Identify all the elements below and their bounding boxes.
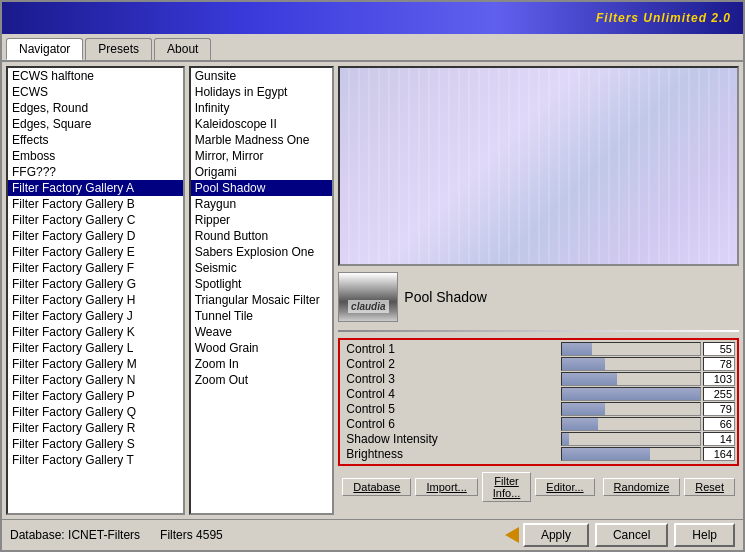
list-item[interactable]: Filter Factory Gallery K — [8, 324, 183, 340]
database-label: Database: ICNET-Filters — [10, 528, 140, 542]
list-item[interactable]: Filter Factory Gallery H — [8, 292, 183, 308]
filter-list-item[interactable]: Round Button — [191, 228, 333, 244]
filters-label: Filters 4595 — [160, 528, 223, 542]
control-value[interactable]: 14 — [703, 432, 735, 446]
control-value[interactable]: 103 — [703, 372, 735, 386]
list-item[interactable]: Filter Factory Gallery C — [8, 212, 183, 228]
control-row: Control 579 — [342, 402, 735, 416]
list-item[interactable]: Filter Factory Gallery T — [8, 452, 183, 468]
list-item[interactable]: Filter Factory Gallery P — [8, 388, 183, 404]
control-value[interactable]: 55 — [703, 342, 735, 356]
filter-list-item[interactable]: Marble Madness One — [191, 132, 333, 148]
filter-list-item[interactable]: Seismic — [191, 260, 333, 276]
list-item[interactable]: Filter Factory Gallery G — [8, 276, 183, 292]
list-item[interactable]: Edges, Square — [8, 116, 183, 132]
main-content: ECWS halftoneECWSEdges, RoundEdges, Squa… — [2, 62, 743, 519]
list-item[interactable]: Filter Factory Gallery M — [8, 356, 183, 372]
filter-list-item[interactable]: Wood Grain — [191, 340, 333, 356]
control-label: Control 1 — [342, 342, 561, 356]
control-slider[interactable] — [561, 372, 701, 386]
filter-list-item[interactable]: Raygun — [191, 196, 333, 212]
filter-list-item[interactable]: Tunnel Tile — [191, 308, 333, 324]
title-bar: Filters Unlimited 2.0 — [2, 2, 743, 34]
control-slider[interactable] — [561, 387, 701, 401]
randomize-button[interactable]: Randomize — [603, 478, 681, 496]
list-item[interactable]: ECWS halftone — [8, 68, 183, 84]
list-item[interactable]: Filter Factory Gallery A — [8, 180, 183, 196]
control-label: Control 6 — [342, 417, 561, 431]
control-value[interactable]: 78 — [703, 357, 735, 371]
list-item[interactable]: Filter Factory Gallery B — [8, 196, 183, 212]
filter-list-item[interactable]: Mirror, Mirror — [191, 148, 333, 164]
filter-list-item[interactable]: Kaleidoscope II — [191, 116, 333, 132]
thumbnail: claudia — [338, 272, 398, 322]
list-item[interactable]: Filter Factory Gallery L — [8, 340, 183, 356]
list-item[interactable]: Filter Factory Gallery S — [8, 436, 183, 452]
control-row: Control 4255 — [342, 387, 735, 401]
filter-list-item[interactable]: Gunsite — [191, 68, 333, 84]
filter-list-item[interactable]: Holidays in Egypt — [191, 84, 333, 100]
filter-list-item[interactable]: Zoom Out — [191, 372, 333, 388]
control-value[interactable]: 66 — [703, 417, 735, 431]
control-slider[interactable] — [561, 447, 701, 461]
list-item[interactable]: Filter Factory Gallery F — [8, 260, 183, 276]
list-item[interactable]: Edges, Round — [8, 100, 183, 116]
cancel-button[interactable]: Cancel — [595, 523, 668, 547]
filter-list-item[interactable]: Infinity — [191, 100, 333, 116]
list-item[interactable]: Filter Factory Gallery D — [8, 228, 183, 244]
filter-list-item[interactable]: Ripper — [191, 212, 333, 228]
list-item[interactable]: Filter Factory Gallery J — [8, 308, 183, 324]
control-slider[interactable] — [561, 357, 701, 371]
list-item[interactable]: Filter Factory Gallery Q — [8, 404, 183, 420]
filter-info-button[interactable]: Filter Info... — [482, 472, 532, 502]
bottom-toolbar: Database Import... Filter Info... Editor… — [338, 470, 739, 504]
filter-list-item[interactable]: Pool Shadow — [191, 180, 333, 196]
category-list[interactable]: ECWS halftoneECWSEdges, RoundEdges, Squa… — [8, 68, 183, 513]
preview-stripes — [340, 68, 737, 264]
control-slider[interactable] — [561, 417, 701, 431]
apply-arrow-icon — [505, 527, 519, 543]
control-label: Control 3 — [342, 372, 561, 386]
control-slider-fill — [562, 358, 605, 370]
filter-list-item[interactable]: Triangular Mosaic Filter — [191, 292, 333, 308]
controls-area: Control 155Control 278Control 3103Contro… — [338, 338, 739, 466]
tab-about[interactable]: About — [154, 38, 211, 60]
control-slider[interactable] — [561, 342, 701, 356]
tab-navigator[interactable]: Navigator — [6, 38, 83, 60]
list-item[interactable]: FFG??? — [8, 164, 183, 180]
control-row: Brightness164 — [342, 447, 735, 461]
database-button[interactable]: Database — [342, 478, 411, 496]
control-value[interactable]: 79 — [703, 402, 735, 416]
import-button[interactable]: Import... — [415, 478, 477, 496]
filter-list-item[interactable]: Zoom In — [191, 356, 333, 372]
reset-button[interactable]: Reset — [684, 478, 735, 496]
main-window: Filters Unlimited 2.0 Navigator Presets … — [0, 0, 745, 552]
help-button[interactable]: Help — [674, 523, 735, 547]
filter-list-item[interactable]: Sabers Explosion One — [191, 244, 333, 260]
list-item[interactable]: Effects — [8, 132, 183, 148]
list-item[interactable]: Filter Factory Gallery E — [8, 244, 183, 260]
control-slider[interactable] — [561, 432, 701, 446]
tab-bar: Navigator Presets About — [2, 34, 743, 62]
control-slider[interactable] — [561, 402, 701, 416]
filter-list-item[interactable]: Weave — [191, 324, 333, 340]
list-item[interactable]: Emboss — [8, 148, 183, 164]
control-value[interactable]: 255 — [703, 387, 735, 401]
filter-list-item[interactable]: Origami — [191, 164, 333, 180]
apply-container: Apply — [505, 523, 589, 547]
apply-button[interactable]: Apply — [523, 523, 589, 547]
list-item[interactable]: Filter Factory Gallery N — [8, 372, 183, 388]
list-item[interactable]: Filter Factory Gallery R — [8, 420, 183, 436]
filter-list-item[interactable]: Spotlight — [191, 276, 333, 292]
control-row: Control 3103 — [342, 372, 735, 386]
control-value[interactable]: 164 — [703, 447, 735, 461]
control-label: Control 2 — [342, 357, 561, 371]
right-panel: claudia Pool Shadow Control 155Control 2… — [338, 66, 739, 515]
list-item[interactable]: ECWS — [8, 84, 183, 100]
editor-button[interactable]: Editor... — [535, 478, 594, 496]
control-row: Control 666 — [342, 417, 735, 431]
control-row: Shadow Intensity14 — [342, 432, 735, 446]
tab-presets[interactable]: Presets — [85, 38, 152, 60]
filter-list[interactable]: GunsiteHolidays in EgyptInfinityKaleidos… — [191, 68, 333, 513]
action-buttons: Apply Cancel Help — [505, 523, 735, 547]
